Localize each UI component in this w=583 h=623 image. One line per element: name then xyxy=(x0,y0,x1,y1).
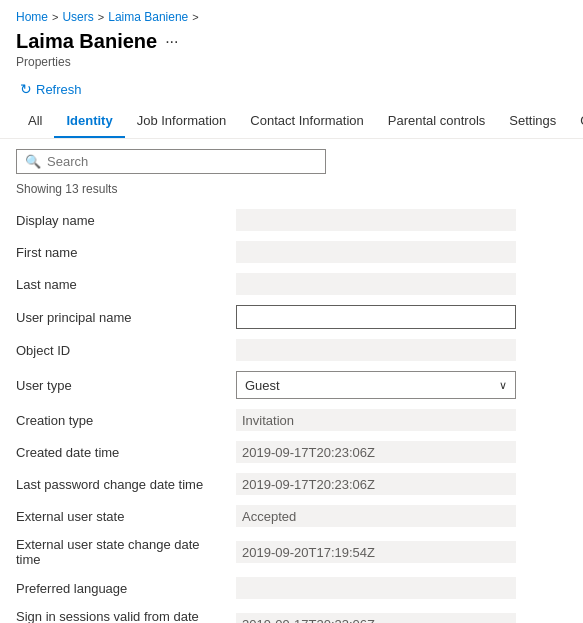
prop-value-upn xyxy=(236,305,567,329)
page-header: Laima Baniene ··· xyxy=(0,28,583,55)
chevron-down-icon: ∨ xyxy=(499,379,507,392)
tab-all[interactable]: All xyxy=(16,105,54,138)
tab-settings[interactable]: Settings xyxy=(497,105,568,138)
tab-identity[interactable]: Identity xyxy=(54,105,124,138)
table-row: Creation type Invitation xyxy=(16,404,567,436)
table-row: First name xyxy=(16,236,567,268)
prop-label-signin-sessions: Sign in sessions valid from date time xyxy=(16,609,236,623)
display-name-field[interactable] xyxy=(236,209,516,231)
breadcrumb-sep-2: > xyxy=(98,11,104,23)
table-row: Object ID xyxy=(16,334,567,366)
prop-value-last-pwd-change: 2019-09-17T20:23:06Z xyxy=(236,473,567,495)
object-id-field xyxy=(236,339,516,361)
signin-sessions-value: 2019-09-17T20:23:06Z xyxy=(236,613,516,623)
table-row: External user state Accepted xyxy=(16,500,567,532)
user-type-dropdown[interactable]: Guest ∨ xyxy=(236,371,516,399)
prop-label-creation-type: Creation type xyxy=(16,413,236,428)
prop-value-first-name xyxy=(236,241,567,263)
prop-value-created-dt: 2019-09-17T20:23:06Z xyxy=(236,441,567,463)
results-count: Showing 13 results xyxy=(16,182,567,196)
prop-label-last-pwd-change: Last password change date time xyxy=(16,477,236,492)
prop-label-first-name: First name xyxy=(16,245,236,260)
creation-type-value: Invitation xyxy=(236,409,516,431)
refresh-icon: ↻ xyxy=(20,81,32,97)
prop-label-created-dt: Created date time xyxy=(16,445,236,460)
user-type-value: Guest xyxy=(245,378,280,393)
prop-label-ext-user-state: External user state xyxy=(16,509,236,524)
breadcrumb-home[interactable]: Home xyxy=(16,10,48,24)
table-row: Sign in sessions valid from date time 20… xyxy=(16,604,567,623)
more-options-icon[interactable]: ··· xyxy=(165,33,178,51)
toolbar: ↻ Refresh xyxy=(0,73,583,105)
ext-user-state-value: Accepted xyxy=(236,505,516,527)
table-row: Preferred language xyxy=(16,572,567,604)
prop-value-ext-state-change: 2019-09-20T17:19:54Z xyxy=(236,541,567,563)
search-icon: 🔍 xyxy=(25,154,41,169)
tab-on-premises[interactable]: On-premises xyxy=(568,105,583,138)
prop-label-last-name: Last name xyxy=(16,277,236,292)
prop-label-upn: User principal name xyxy=(16,310,236,325)
breadcrumb-users[interactable]: Users xyxy=(62,10,93,24)
prop-value-creation-type: Invitation xyxy=(236,409,567,431)
refresh-label: Refresh xyxy=(36,82,82,97)
preferred-lang-field[interactable] xyxy=(236,577,516,599)
prop-label-user-type: User type xyxy=(16,378,236,393)
table-row: Last password change date time 2019-09-1… xyxy=(16,468,567,500)
page-title: Laima Baniene xyxy=(16,30,157,53)
page-subtitle: Properties xyxy=(0,55,583,73)
tab-parental-controls[interactable]: Parental controls xyxy=(376,105,498,138)
breadcrumb: Home > Users > Laima Baniene > xyxy=(0,0,583,28)
tabs-bar: All Identity Job Information Contact Inf… xyxy=(0,105,583,139)
prop-value-user-type: Guest ∨ xyxy=(236,371,567,399)
refresh-button[interactable]: ↻ Refresh xyxy=(16,79,86,99)
last-pwd-change-value: 2019-09-17T20:23:06Z xyxy=(236,473,516,495)
prop-value-signin-sessions: 2019-09-17T20:23:06Z xyxy=(236,613,567,623)
content-area: 🔍 Showing 13 results Display name First … xyxy=(0,139,583,623)
prop-value-display-name xyxy=(236,209,567,231)
tab-contact-information[interactable]: Contact Information xyxy=(238,105,375,138)
table-row: User principal name xyxy=(16,300,567,334)
breadcrumb-current[interactable]: Laima Baniene xyxy=(108,10,188,24)
created-dt-value: 2019-09-17T20:23:06Z xyxy=(236,441,516,463)
prop-label-object-id: Object ID xyxy=(16,343,236,358)
prop-value-object-id xyxy=(236,339,567,361)
last-name-field[interactable] xyxy=(236,273,516,295)
breadcrumb-sep-3: > xyxy=(192,11,198,23)
prop-label-display-name: Display name xyxy=(16,213,236,228)
table-row: External user state change date time 201… xyxy=(16,532,567,572)
prop-label-ext-state-change: External user state change date time xyxy=(16,537,236,567)
table-row: User type Guest ∨ xyxy=(16,366,567,404)
table-row: Display name xyxy=(16,204,567,236)
properties-table: Display name First name Last name User p… xyxy=(16,204,567,623)
prop-value-preferred-lang xyxy=(236,577,567,599)
ext-state-change-value: 2019-09-20T17:19:54Z xyxy=(236,541,516,563)
first-name-field[interactable] xyxy=(236,241,516,263)
search-input[interactable] xyxy=(47,154,317,169)
prop-value-last-name xyxy=(236,273,567,295)
search-box: 🔍 xyxy=(16,149,326,174)
prop-value-ext-user-state: Accepted xyxy=(236,505,567,527)
upn-field[interactable] xyxy=(236,305,516,329)
prop-label-preferred-lang: Preferred language xyxy=(16,581,236,596)
tab-job-information[interactable]: Job Information xyxy=(125,105,239,138)
breadcrumb-sep-1: > xyxy=(52,11,58,23)
table-row: Last name xyxy=(16,268,567,300)
table-row: Created date time 2019-09-17T20:23:06Z xyxy=(16,436,567,468)
